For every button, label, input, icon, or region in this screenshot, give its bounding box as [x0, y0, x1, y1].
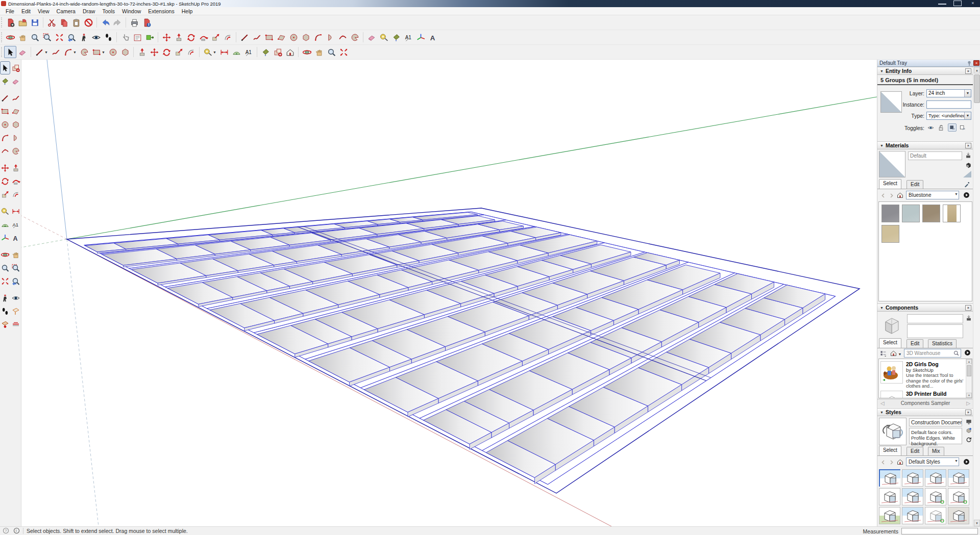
entity-info-header[interactable]: ▼ Entity Info × — [877, 67, 973, 75]
select-gesture-button[interactable] — [119, 31, 131, 43]
house-button[interactable] — [284, 46, 296, 58]
tool-section-plane[interactable] — [11, 304, 21, 318]
instance-input[interactable] — [926, 100, 971, 109]
follow-me-button[interactable] — [197, 31, 209, 43]
home-icon[interactable] — [896, 457, 904, 466]
visible-toggle[interactable] — [926, 123, 935, 132]
home-icon[interactable] — [889, 349, 897, 357]
tool-pan[interactable] — [11, 248, 21, 261]
tool-3d-text[interactable]: A — [11, 231, 21, 244]
layer-dropdown[interactable]: 24 inch ▼ — [926, 89, 971, 97]
materials-header[interactable]: ▼ Materials × — [877, 141, 973, 149]
chevron-down-icon[interactable]: ▼ — [964, 112, 971, 119]
materials-close-icon[interactable]: × — [965, 143, 971, 148]
style-thumbnail-6[interactable] — [902, 488, 923, 505]
material-name-field[interactable]: Default — [908, 151, 962, 160]
push-pull-button[interactable] — [173, 31, 185, 43]
model-info-button[interactable] — [140, 16, 153, 29]
tool-zoom-window[interactable] — [11, 261, 21, 274]
menu-window[interactable]: Window — [118, 8, 144, 14]
details-icon[interactable] — [963, 348, 971, 356]
move-button[interactable] — [148, 46, 160, 58]
lock-toggle[interactable] — [937, 123, 945, 132]
tool-rotated-rectangle[interactable] — [11, 105, 21, 118]
chevron-down-icon[interactable]: ▼ — [102, 50, 105, 54]
styles-close-icon[interactable]: × — [965, 410, 971, 415]
warehouse-search-input[interactable]: 3D Warehouse — [904, 349, 961, 358]
text-button[interactable]: A1 — [242, 46, 255, 58]
zoom-extents-button[interactable] — [53, 31, 65, 43]
freehand-button[interactable] — [251, 31, 263, 43]
rectangle-button[interactable] — [263, 31, 275, 43]
tool-orbit[interactable] — [0, 248, 10, 261]
chevron-down-icon[interactable]: ▼ — [213, 50, 216, 54]
zoom-extents-button[interactable] — [337, 46, 350, 58]
tab-select[interactable]: Select — [879, 338, 901, 348]
line-button[interactable] — [238, 31, 251, 43]
component-list-item[interactable]: 2D Girls Dogby SketchUpUse the Interact … — [879, 360, 966, 390]
tool-two-point-arc[interactable] — [11, 131, 21, 144]
offset-button[interactable] — [185, 46, 197, 58]
3d-text-button[interactable]: A — [427, 31, 439, 43]
plank-model-canvas[interactable] — [21, 60, 877, 526]
style-thumbnail-1[interactable] — [879, 469, 900, 487]
zoom-window-button[interactable] — [41, 31, 53, 43]
refresh-icon[interactable] — [965, 436, 973, 444]
freehand-button[interactable] — [50, 46, 62, 58]
paint-bucket-button[interactable] — [259, 46, 272, 58]
model-viewport[interactable] — [21, 60, 877, 526]
style-thumbnail-12[interactable] — [948, 507, 969, 524]
material-swatch-4[interactable] — [943, 205, 961, 222]
zoom-button[interactable] — [29, 31, 41, 43]
eraser-button[interactable] — [365, 31, 378, 43]
components-close-icon[interactable]: × — [965, 305, 971, 311]
circle-button[interactable] — [287, 31, 300, 43]
geolocation-icon[interactable]: ? — [3, 527, 9, 535]
component-description-field[interactable] — [907, 324, 963, 338]
eraser-button[interactable] — [16, 46, 29, 58]
zoom-previous-button[interactable] — [65, 31, 78, 43]
tool-tape-measure[interactable] — [0, 205, 10, 218]
redo-button[interactable] — [111, 16, 124, 29]
tool-position-camera[interactable] — [0, 291, 10, 304]
menu-edit[interactable]: Edit — [18, 8, 34, 14]
paste-in-place-button[interactable] — [143, 31, 156, 43]
tool-select[interactable] — [0, 61, 10, 74]
details-icon[interactable] — [962, 191, 970, 199]
style-name-field[interactable]: Construction Documentation St — [909, 418, 962, 426]
scroll-thumb[interactable] — [967, 365, 971, 376]
receive-shadows-toggle[interactable] — [948, 123, 957, 132]
tool-offset[interactable] — [11, 188, 21, 201]
component-name[interactable]: 2D Girls Dog — [906, 361, 964, 367]
scale-button[interactable] — [173, 46, 185, 58]
chevron-down-icon[interactable]: ▼ — [44, 50, 48, 54]
style-thumbnail-5[interactable] — [879, 488, 900, 505]
rotated-rectangle-button[interactable] — [275, 31, 287, 43]
tab-edit[interactable]: Edit — [906, 180, 923, 189]
create-material-icon[interactable] — [964, 161, 972, 169]
tab-mix[interactable]: Mix — [928, 447, 944, 455]
tool-paint-bucket[interactable] — [0, 74, 10, 88]
erase-button[interactable] — [82, 16, 94, 29]
eyedropper-icon[interactable] — [963, 180, 971, 188]
arc-button[interactable] — [312, 31, 324, 43]
scroll-up-icon[interactable]: ▲ — [966, 359, 972, 364]
back-arrow-icon[interactable] — [879, 458, 887, 466]
style-thumbnail-2[interactable] — [902, 469, 923, 487]
undo-button[interactable] — [99, 16, 111, 29]
tab-statistics[interactable]: Statistics — [928, 339, 957, 348]
orbit-button[interactable] — [4, 31, 16, 43]
close-button[interactable]: × — [969, 1, 977, 6]
menu-view[interactable]: View — [34, 8, 53, 14]
collapse-triangle-icon[interactable]: ▼ — [880, 144, 884, 147]
pie-button[interactable] — [78, 46, 90, 58]
secondary-pane-icon[interactable] — [964, 151, 972, 159]
tool-pie[interactable] — [11, 144, 21, 158]
scroll-down-icon[interactable]: ▼ — [974, 520, 980, 526]
components-list[interactable]: 2D Girls Dogby SketchUpUse the Interact … — [878, 359, 972, 398]
home-icon[interactable] — [896, 191, 904, 199]
protractor-button[interactable] — [230, 46, 242, 58]
tool-walk[interactable] — [0, 304, 10, 318]
component-name-field[interactable] — [907, 314, 963, 323]
tool-rectangle[interactable] — [0, 105, 10, 118]
